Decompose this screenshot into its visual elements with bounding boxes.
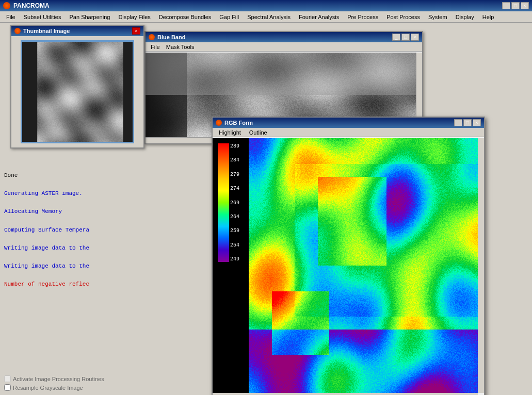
minimize-btn[interactable]: _	[502, 2, 510, 9]
rgb-minimize[interactable]: _	[454, 119, 462, 126]
colorbar-value-7: 254	[230, 242, 239, 248]
activate-label: Activate Image Processing Routines	[13, 376, 104, 382]
rgb-scrollbar-h[interactable]	[213, 393, 478, 395]
menu-help[interactable]: Help	[478, 13, 498, 21]
blueband-menu: File Mask Tools	[146, 42, 422, 52]
log-entry-done: Done	[4, 171, 146, 180]
blueband-controls: _ □ ×	[392, 34, 419, 41]
blueband-menu-file[interactable]: File	[148, 43, 163, 51]
rgb-title: RGB Form	[224, 120, 452, 126]
colorbar-value-2: 279	[230, 172, 239, 177]
log-entry-allocating: Allocating Memory	[4, 207, 146, 217]
menu-pan-sharpening[interactable]: Pan Sharpening	[66, 13, 115, 21]
colorbar-value-0: 289	[230, 143, 239, 149]
rgb-icon	[216, 120, 222, 126]
thumbnail-title-bar: Thumbnail Image ×	[11, 26, 143, 36]
menu-spectral-analysis[interactable]: Spectral Analysis	[243, 13, 295, 21]
blueband-close[interactable]: ×	[411, 34, 419, 41]
false-color-image	[249, 138, 478, 393]
menu-display[interactable]: Display	[452, 13, 478, 21]
menu-post-process[interactable]: Post Process	[382, 13, 424, 21]
rgb-image-area: 289 284 279 274 269 264 259 254 249	[213, 138, 478, 393]
blueband-title-bar: Blue Band _ □ ×	[146, 32, 422, 42]
menu-gap-fill[interactable]: Gap Fill	[215, 13, 243, 21]
main-title-bar: PANCROMA _ □ ×	[0, 0, 532, 11]
colorbar-value-3: 274	[230, 186, 239, 191]
activate-option: Activate Image Processing Routines	[4, 375, 104, 382]
menu-file[interactable]: File	[2, 13, 20, 21]
blueband-maximize[interactable]: □	[401, 34, 410, 41]
log-entry-negative: Number of negative reflec	[4, 280, 146, 289]
rgb-title-bar: RGB Form _ □ ×	[213, 118, 484, 128]
log-spacer	[4, 180, 146, 190]
log-entry-computing: Computing Surface Tempera	[4, 226, 146, 235]
rgb-controls: _ □ ×	[454, 119, 481, 126]
menu-display-files[interactable]: Display Files	[114, 13, 154, 21]
rgb-maximize[interactable]: □	[463, 119, 472, 126]
log-spacer2	[4, 199, 146, 208]
rgb-close[interactable]: ×	[473, 119, 481, 126]
blueband-menu-masktools[interactable]: Mask Tools	[163, 43, 198, 51]
menu-system[interactable]: System	[424, 13, 452, 21]
colorbar-value-6: 259	[230, 228, 239, 234]
rgb-window: RGB Form _ □ × Highlight Outline 289 284…	[212, 117, 485, 395]
menu-fourier-analysis[interactable]: Fourier Analysis	[295, 13, 343, 21]
resample-checkbox[interactable]	[4, 384, 11, 391]
thumbnail-icon	[14, 28, 21, 34]
main-area: Done Generating ASTER image. Allocating …	[0, 23, 532, 395]
activate-checkbox[interactable]	[4, 375, 11, 382]
rgb-menu: Highlight Outline	[213, 128, 484, 137]
blueband-title: Blue Band	[157, 34, 390, 40]
colorbar-value-8: 249	[230, 256, 239, 262]
rgb-menu-highlight[interactable]: Highlight	[215, 129, 245, 136]
colorbar: 289 284 279 274 269 264 259 254 249	[213, 138, 249, 393]
maximize-btn[interactable]: □	[511, 2, 520, 9]
thumbnail-close[interactable]: ×	[132, 27, 140, 35]
rgb-menu-outline[interactable]: Outline	[245, 129, 271, 136]
blueband-icon	[149, 34, 155, 40]
log-spacer6	[4, 271, 146, 281]
log-spacer4	[4, 235, 146, 244]
blueband-minimize[interactable]: _	[392, 34, 400, 41]
app-title: PANCROMA	[13, 2, 499, 9]
window-controls: _ □ ×	[502, 2, 529, 9]
log-entry-writing2: Writing image data to the	[4, 262, 146, 271]
menu-subset-utilities[interactable]: Subset Utilities	[20, 13, 66, 21]
log-spacer5	[4, 253, 146, 262]
colorbar-value-1: 284	[230, 157, 239, 163]
close-btn[interactable]: ×	[521, 2, 529, 9]
menu-bar: File Subset Utilities Pan Sharpening Dis…	[0, 11, 532, 23]
log-entry-generating: Generating ASTER image.	[4, 189, 146, 199]
thumbnail-image	[21, 40, 134, 143]
bottom-options: Activate Image Processing Routines Resam…	[4, 375, 104, 391]
thumbnail-window: Thumbnail Image ×	[10, 25, 144, 149]
resample-option: Resample Grayscale Image	[4, 384, 104, 391]
colorbar-value-5: 264	[230, 214, 239, 220]
rgb-scrollbar-v[interactable]	[478, 138, 484, 393]
menu-pre-process[interactable]: Pre Process	[343, 13, 382, 21]
log-entry-writing1: Writing image data to the	[4, 244, 146, 253]
colorbar-value-4: 269	[230, 200, 239, 206]
log-spacer3	[4, 217, 146, 226]
thumbnail-title: Thumbnail Image	[23, 28, 130, 34]
app-icon	[3, 2, 10, 9]
colorbar-labels: 289 284 279 274 269 264 259 254 249	[230, 143, 239, 262]
menu-decompose-bundles[interactable]: Decompose Bundles	[155, 13, 216, 21]
resample-label: Resample Grayscale Image	[13, 385, 83, 391]
